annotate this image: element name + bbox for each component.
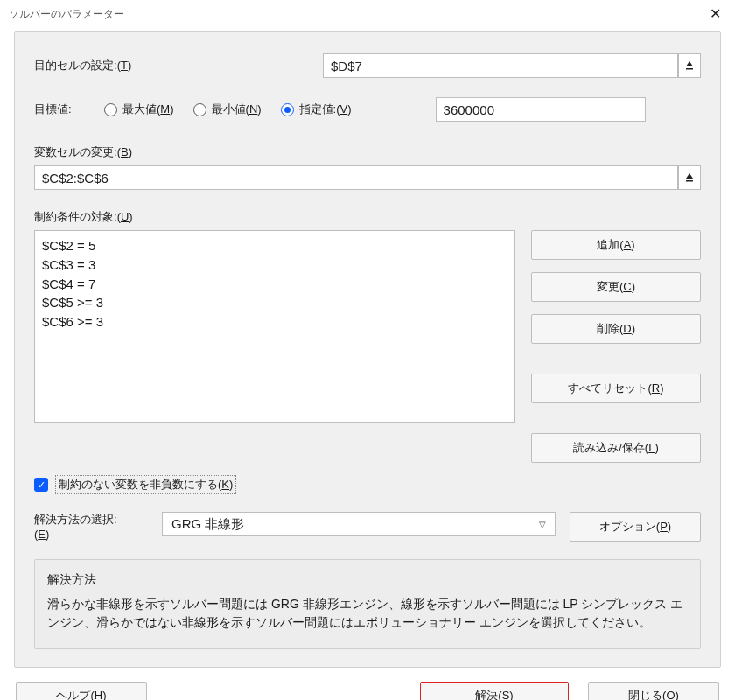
delete-button[interactable]: 削除(D) [531,314,701,344]
chevron-down-icon: ▽ [539,520,546,529]
target-label: 目標値: [34,102,104,117]
solver-panel: 目的セルの設定:(T) 目標値: 最大値(M) 最小値(N) 指定値:(V) 変… [14,32,721,668]
objective-label: 目的セルの設定:(T) [34,58,323,74]
nonneg-label: 制約のない変数を非負数にする(K) [55,475,236,494]
radio-min[interactable]: 最小値(N) [193,102,262,117]
variables-label: 変数セルの変更:(B) [34,144,701,160]
nonneg-checkbox[interactable] [34,478,48,492]
constraints-label: 制約条件の対象:(U) [34,209,701,225]
variable-cells-input[interactable] [34,165,678,190]
variables-ref-icon[interactable] [678,165,701,190]
objective-cell-input[interactable] [323,53,678,78]
method-description: 解決方法 滑らかな非線形を示すソルバー問題には GRG 非線形エンジン、線形を示… [34,559,701,649]
constraints-listbox[interactable]: $C$2 = 5 $C$3 = 3 $C$4 = 7 $C$5 >= 3 $C$… [34,230,515,423]
target-value-input[interactable] [436,97,646,122]
load-save-button[interactable]: 読み込み/保存(L) [531,433,701,463]
window-title: ソルバーのパラメーター [9,7,124,22]
objective-ref-icon[interactable] [678,53,701,78]
method-label: 解決方法の選択:(E) [34,512,148,541]
method-select[interactable]: GRG 非線形 ▽ [162,512,556,536]
svg-rect-0 [686,68,693,70]
solve-button[interactable]: 解決(S) [420,682,569,700]
change-button[interactable]: 変更(C) [531,272,701,302]
options-button[interactable]: オプション(P) [570,512,701,542]
svg-rect-1 [686,180,693,182]
close-button[interactable]: 閉じる(O) [588,682,719,700]
reset-button[interactable]: すべてリセット(R) [531,374,701,403]
radio-max[interactable]: 最大値(M) [104,102,174,117]
close-icon[interactable]: ✕ [704,4,726,24]
add-button[interactable]: 追加(A) [531,230,701,260]
radio-value[interactable]: 指定値:(V) [281,102,352,117]
help-button[interactable]: ヘルプ(H) [16,682,147,700]
